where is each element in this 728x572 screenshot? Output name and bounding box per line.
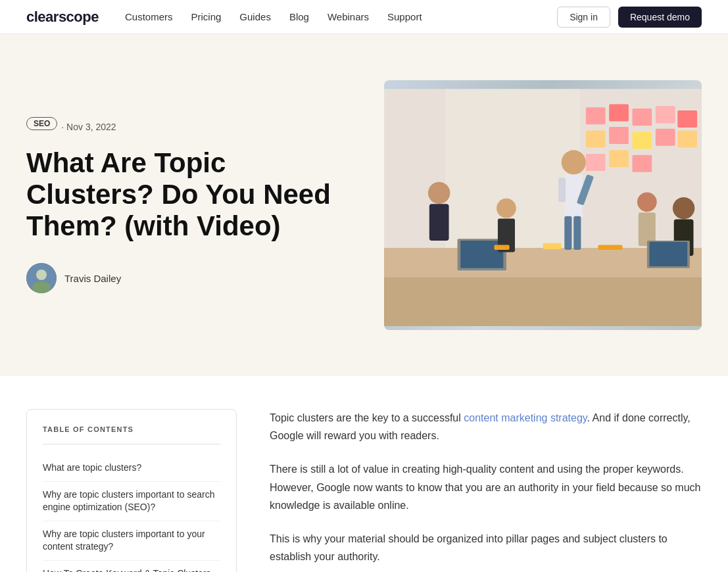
signin-button[interactable]: Sign in xyxy=(557,7,610,28)
toc-sidebar: TABLE OF CONTENTS What are topic cluster… xyxy=(26,409,237,572)
hero-author: Travis Dailey xyxy=(26,263,345,293)
svg-rect-30 xyxy=(460,241,503,268)
svg-point-35 xyxy=(672,197,694,219)
list-item: Why are topic clusters important to sear… xyxy=(43,482,220,521)
svg-rect-41 xyxy=(494,245,509,249)
svg-point-20 xyxy=(561,150,585,174)
hero-section: SEO · Nov 3, 2022 What Are Topic Cluster… xyxy=(0,34,728,376)
svg-point-31 xyxy=(497,199,516,218)
svg-rect-6 xyxy=(609,105,629,122)
request-demo-button[interactable]: Request demo xyxy=(618,7,702,28)
nav-pricing[interactable]: Pricing xyxy=(191,11,222,22)
article-para-2: There is still a lot of value in creatin… xyxy=(270,460,702,514)
svg-rect-5 xyxy=(585,107,605,124)
svg-rect-27 xyxy=(429,204,449,241)
svg-rect-10 xyxy=(585,131,605,148)
svg-point-26 xyxy=(427,182,449,204)
svg-rect-11 xyxy=(609,127,629,144)
seo-badge[interactable]: SEO xyxy=(26,117,57,130)
svg-rect-8 xyxy=(655,106,675,123)
article-para-3: This is why your material should be orga… xyxy=(270,530,702,565)
logo[interactable]: clearscope xyxy=(26,9,99,26)
toc-box: TABLE OF CONTENTS What are topic cluster… xyxy=(26,409,237,572)
hero-image-container xyxy=(384,80,702,330)
toc-link-2[interactable]: Why are topic clusters important to sear… xyxy=(43,489,220,514)
svg-point-33 xyxy=(637,192,656,212)
svg-rect-40 xyxy=(543,243,561,249)
nav-webinars[interactable]: Webinars xyxy=(328,11,369,22)
svg-rect-16 xyxy=(609,150,629,167)
para1-before-link: Topic clusters are the key to a successf… xyxy=(270,412,464,423)
avatar xyxy=(26,263,57,293)
hero-illustration xyxy=(384,80,702,330)
hero-image xyxy=(384,80,702,330)
toc-link-1[interactable]: What are topic clusters? xyxy=(43,462,220,475)
nav-customers[interactable]: Customers xyxy=(125,11,173,22)
main-content: TABLE OF CONTENTS What are topic cluster… xyxy=(0,376,728,572)
nav-guides[interactable]: Guides xyxy=(239,11,271,22)
svg-rect-22 xyxy=(558,178,565,202)
svg-rect-15 xyxy=(585,154,605,171)
article-body: Topic clusters are the key to a successf… xyxy=(270,409,702,572)
article-para-1: Topic clusters are the key to a successf… xyxy=(270,409,702,444)
nav-blog[interactable]: Blog xyxy=(289,11,309,22)
svg-point-1 xyxy=(36,270,47,280)
svg-rect-25 xyxy=(573,216,581,250)
svg-rect-7 xyxy=(632,108,652,126)
nav-support[interactable]: Support xyxy=(387,11,422,22)
nav-links: Customers Pricing Guides Blog Webinars S… xyxy=(125,11,557,23)
svg-rect-13 xyxy=(655,129,675,146)
svg-rect-39 xyxy=(598,245,622,249)
list-item: How To Create Keyword & Topic Clusters xyxy=(43,561,220,572)
svg-rect-38 xyxy=(649,242,687,266)
svg-rect-24 xyxy=(564,216,571,250)
hero-date: · Nov 3, 2022 xyxy=(61,122,116,132)
author-name: Travis Dailey xyxy=(64,273,121,284)
hero-title: What Are Topic Clusters? Do You Need The… xyxy=(26,147,345,243)
toc-list: What are topic clusters? Why are topic c… xyxy=(43,455,220,572)
list-item: Why are topic clusters important to your… xyxy=(43,521,220,561)
toc-link-3[interactable]: Why are topic clusters important to your… xyxy=(43,528,220,554)
hero-meta: SEO · Nov 3, 2022 xyxy=(26,117,345,137)
svg-rect-12 xyxy=(632,131,652,149)
svg-rect-17 xyxy=(632,155,652,172)
main-nav: clearscope Customers Pricing Guides Blog… xyxy=(0,0,728,34)
svg-rect-14 xyxy=(677,131,697,148)
content-marketing-link[interactable]: content marketing strategy xyxy=(464,412,587,423)
list-item: What are topic clusters? xyxy=(43,455,220,482)
toc-link-4[interactable]: How To Create Keyword & Topic Clusters xyxy=(43,567,220,572)
svg-rect-19 xyxy=(384,277,702,326)
nav-actions: Sign in Request demo xyxy=(557,7,702,28)
svg-rect-9 xyxy=(677,110,697,128)
toc-title: TABLE OF CONTENTS xyxy=(43,425,220,444)
hero-left: SEO · Nov 3, 2022 What Are Topic Cluster… xyxy=(26,117,345,294)
